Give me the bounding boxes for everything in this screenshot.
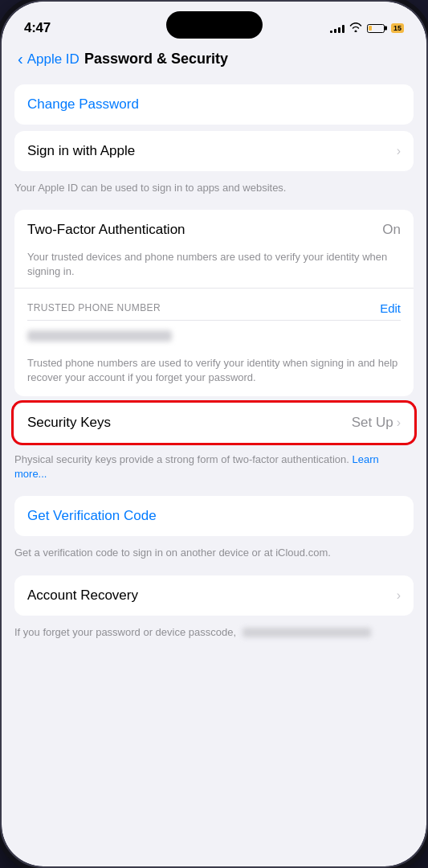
battery-level: 15 [391, 23, 404, 33]
account-recovery-section: Account Recovery › [14, 575, 414, 616]
phone-description: Trusted phone numbers are used to verify… [14, 351, 414, 396]
wifi-icon [349, 23, 362, 35]
change-password-row[interactable]: Change Password [14, 84, 414, 125]
battery-icon [367, 24, 385, 33]
signal-bars-icon [330, 23, 344, 33]
account-recovery-row[interactable]: Account Recovery › [14, 575, 414, 616]
battery-tip [385, 27, 387, 31]
account-recovery-extra [243, 628, 371, 637]
page-title: Password & Security [84, 51, 228, 68]
trusted-phone-label: TRUSTED PHONE NUMBER [27, 302, 161, 313]
phone-number-row [27, 320, 401, 351]
nav-header: ‹ Apple ID Password & Security [2, 43, 426, 78]
sign-in-apple-chevron-icon: › [397, 144, 401, 158]
back-chevron-icon: ‹ [18, 50, 23, 68]
security-keys-row[interactable]: Security Keys Set Up › [14, 403, 414, 443]
get-verification-description: Get a verification code to sign in on an… [2, 542, 426, 568]
sign-in-apple-label: Sign in with Apple [27, 143, 135, 159]
trusted-phone-section: TRUSTED PHONE NUMBER Edit [14, 288, 414, 351]
status-time: 4:47 [24, 20, 51, 36]
account-recovery-chevron-icon: › [397, 588, 401, 603]
signal-bar-2 [334, 29, 336, 33]
trusted-phone-header: TRUSTED PHONE NUMBER Edit [27, 297, 401, 320]
security-keys-description: Physical security keys provide a strong … [2, 449, 426, 489]
phone-screen: 4:47 [2, 2, 426, 866]
change-password-label: Change Password [27, 96, 139, 113]
sign-in-apple-description: Your Apple ID can be used to sign in to … [2, 178, 426, 203]
get-verification-label: Get Verification Code [27, 508, 157, 524]
phone-shell: 4:47 [0, 0, 428, 868]
get-verification-section: Get Verification Code [14, 496, 414, 536]
account-recovery-label: Account Recovery [27, 588, 138, 604]
edit-link[interactable]: Edit [380, 301, 401, 315]
back-button[interactable]: ‹ Apple ID [18, 50, 79, 68]
account-recovery-description: If you forget your password or device pa… [2, 622, 426, 648]
scroll-content: Change Password Sign in with Apple › You… [2, 78, 426, 859]
two-factor-section: Two-Factor Authentication On Your truste… [14, 210, 414, 396]
two-factor-description: Your trusted devices and phone numbers a… [14, 250, 414, 287]
signal-bar-1 [330, 31, 332, 33]
two-factor-status: On [382, 222, 401, 238]
two-factor-label: Two-Factor Authentication [27, 222, 185, 238]
security-keys-action: Set Up › [352, 415, 401, 431]
get-verification-row[interactable]: Get Verification Code [14, 496, 414, 536]
dynamic-island [166, 11, 263, 39]
security-keys-section: Security Keys Set Up › [14, 403, 414, 443]
security-keys-label: Security Keys [27, 415, 111, 431]
sign-in-apple-section: Sign in with Apple › [14, 131, 414, 171]
change-password-section: Change Password [14, 84, 414, 125]
sign-in-apple-row[interactable]: Sign in with Apple › [14, 131, 414, 171]
signal-bar-3 [338, 27, 340, 33]
signal-bar-4 [342, 25, 344, 33]
status-icons: 15 [330, 23, 404, 35]
security-keys-chevron-icon: › [397, 416, 401, 430]
battery-fill [369, 26, 371, 31]
two-factor-row[interactable]: Two-Factor Authentication On [27, 222, 401, 238]
two-factor-inner: Two-Factor Authentication On [14, 210, 414, 250]
phone-number-blurred [27, 330, 172, 342]
back-label: Apple ID [27, 51, 79, 68]
security-keys-wrapper: Security Keys Set Up › [14, 403, 414, 443]
